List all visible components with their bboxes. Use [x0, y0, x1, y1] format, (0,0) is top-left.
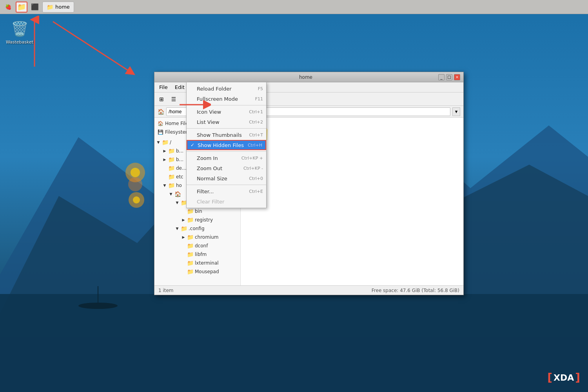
- taskbar: 🍓 📁 ⬛ 📁 home: [0, 0, 588, 14]
- folder-icon: 📁: [187, 251, 194, 258]
- folder-icon: 📁: [168, 156, 175, 163]
- menu-zoom-in[interactable]: Zoom In Ctrl+KP +: [187, 153, 266, 163]
- tree-config[interactable]: ▼ 📁 .config: [154, 224, 240, 233]
- toolbar-list-view[interactable]: ☰: [168, 94, 179, 104]
- filesystem-icon: 💾: [158, 129, 163, 135]
- svg-rect-3: [0, 294, 588, 392]
- tree-mousepad[interactable]: 📁 Mousepad: [154, 267, 240, 276]
- tree-de-label: de...: [176, 165, 186, 171]
- folder-icon: 📁: [181, 225, 187, 232]
- home-tab-icon: 📁: [47, 4, 53, 10]
- expand-icon: ▶: [181, 218, 186, 222]
- menu-fullscreen[interactable]: Fullscreen Mode F11: [187, 94, 266, 104]
- location-dropdown-btn[interactable]: ▾: [452, 107, 460, 116]
- menu-file[interactable]: File: [156, 83, 171, 91]
- folder-icon: 📁: [187, 208, 194, 214]
- home-location-icon: 🏠: [158, 109, 164, 115]
- menu-filter[interactable]: Filter... Ctrl+E: [187, 186, 266, 196]
- menu-clear-filter[interactable]: Clear Filter: [187, 196, 266, 207]
- expand-icon: ▼: [162, 183, 167, 187]
- hidden-shortcut: Ctrl+H: [248, 143, 262, 148]
- xda-left-bracket: [: [547, 371, 552, 384]
- icon-view-label: Icon View: [197, 109, 221, 115]
- xda-logo: [ XDA ]: [547, 371, 580, 384]
- fm-titlebar: home _ □ ×: [154, 72, 463, 82]
- svg-point-7: [131, 168, 140, 177]
- expand-icon: ▶: [162, 149, 167, 153]
- folder-icon: 📁: [187, 269, 194, 275]
- fm-minimize-btn[interactable]: _: [438, 74, 445, 80]
- folder-icon: 📁: [168, 182, 175, 189]
- expand-icon: ▼: [169, 192, 173, 196]
- file-manager-taskbar-btn[interactable]: 📁: [16, 2, 27, 13]
- folder-icon: 📁: [168, 148, 175, 154]
- menu-show-hidden[interactable]: ✓ Show Hidden Files Ctrl+H: [187, 140, 266, 150]
- tree-chromium-label: chromium: [195, 234, 219, 240]
- raspberry-menu-btn[interactable]: 🍓: [2, 2, 14, 13]
- folder-icon: 📁: [168, 165, 175, 171]
- svg-point-8: [128, 177, 142, 191]
- fm-content: 📁 push: [241, 118, 463, 285]
- svg-line-12: [53, 22, 131, 73]
- terminal-taskbar-btn[interactable]: ⬛: [29, 2, 41, 13]
- clear-filter-label: Clear Filter: [197, 199, 224, 205]
- terminal-icon: ⬛: [31, 3, 39, 11]
- menu-show-thumbnails[interactable]: Show Thumbnails Ctrl+T: [187, 130, 266, 140]
- tree-b1-label: b...: [176, 148, 183, 154]
- zoom-out-shortcut: Ctrl+KP -: [243, 166, 263, 171]
- xda-right-bracket: ]: [575, 371, 580, 384]
- svg-point-4: [78, 303, 118, 309]
- toolbar-icon-view[interactable]: ⊞: [156, 94, 167, 104]
- folder-icon: 📁: [187, 217, 194, 223]
- tree-registry[interactable]: ▶ 📁 registry: [154, 216, 240, 224]
- fm-maximize-btn[interactable]: □: [446, 74, 452, 80]
- desktop: 🍓 📁 ⬛ 📁 home 🗑️ Wastebasket: [0, 0, 588, 392]
- raspberry-icon: 🍓: [5, 4, 11, 10]
- menu-sep4: [187, 185, 266, 185]
- list-view-label: List View: [197, 119, 220, 125]
- menu-sep2: [187, 128, 266, 129]
- annotation-arrow-diagonal: [41, 10, 155, 88]
- folder-icon: 📁: [187, 234, 194, 240]
- tree-etc-label: etc: [176, 174, 183, 180]
- tree-dconf[interactable]: 📁 dconf: [154, 241, 240, 250]
- home-tab-label: home: [55, 4, 70, 10]
- tree-lxterminal-label: lxterminal: [195, 260, 219, 266]
- menu-icon-view[interactable]: Icon View Ctrl+1: [187, 107, 266, 117]
- thumbnails-label: Show Thumbnails: [197, 132, 242, 138]
- expand-icon: ▼: [175, 201, 180, 205]
- tree-bin[interactable]: 📁 bin: [154, 207, 240, 216]
- menu-edit[interactable]: Edit: [172, 83, 188, 91]
- home-tab[interactable]: 📁 home: [42, 2, 74, 13]
- fm-statusbar: 1 item Free space: 47.6 GiB (Total: 56.8…: [154, 285, 463, 295]
- folder-icon: 📁: [17, 3, 26, 11]
- wastebasket-image: 🗑️: [10, 20, 29, 38]
- zoom-in-label: Zoom In: [197, 155, 218, 161]
- filter-label: Filter...: [197, 189, 214, 194]
- root-folder-icon: 📁: [162, 139, 169, 145]
- thumbnails-shortcut: Ctrl+T: [249, 132, 263, 138]
- xda-text: XDA: [554, 373, 574, 383]
- fullscreen-shortcut: F11: [255, 96, 263, 102]
- menu-reload-folder[interactable]: Reload Folder F5: [187, 83, 266, 94]
- expand-icon: ▼: [156, 140, 161, 144]
- tree-lxterminal[interactable]: 📁 lxterminal: [154, 259, 240, 267]
- menu-sep1: [187, 105, 266, 105]
- fullscreen-label: Fullscreen Mode: [197, 96, 238, 102]
- tree-bin-label: bin: [195, 209, 202, 214]
- list-icon: ☰: [171, 96, 176, 102]
- svg-point-6: [125, 163, 145, 182]
- fm-title: home: [173, 74, 438, 80]
- tree-libfm[interactable]: 📁 libfm: [154, 250, 240, 259]
- tree-config-label: .config: [189, 226, 205, 231]
- menu-list-view[interactable]: List View Ctrl+2: [187, 117, 266, 127]
- tree-libfm-label: libfm: [195, 252, 207, 257]
- wastebasket-icon[interactable]: 🗑️ Wastebasket: [4, 18, 35, 47]
- menu-normal-size[interactable]: Normal Size Ctrl+0: [187, 173, 266, 183]
- fm-close-btn[interactable]: ×: [454, 74, 460, 80]
- tree-chromium[interactable]: ▶ 📁 chromium: [154, 233, 240, 241]
- reload-shortcut: F5: [258, 86, 263, 91]
- normal-size-label: Normal Size: [197, 176, 227, 181]
- menu-zoom-out[interactable]: Zoom Out Ctrl+KP -: [187, 163, 266, 173]
- home-user-folder-icon: 🏠: [174, 191, 181, 197]
